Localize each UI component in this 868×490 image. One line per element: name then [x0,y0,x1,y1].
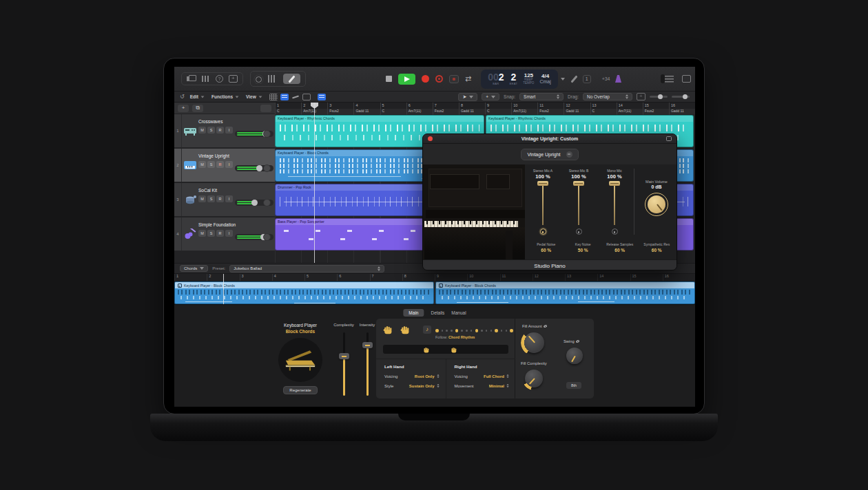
editor-playhead[interactable] [223,274,224,304]
smart-controls-icon[interactable] [267,75,276,83]
add-view-icon[interactable] [229,75,238,83]
grid-view-icon[interactable] [269,94,278,100]
track-zoom-button[interactable] [260,105,271,112]
main-volume-knob[interactable] [645,193,668,216]
close-icon[interactable] [428,136,433,141]
solo-button[interactable]: S [207,161,215,168]
mic-power-icon[interactable] [540,228,546,235]
count-in-icon[interactable]: 1 [583,75,591,83]
mic-power-icon[interactable] [612,228,618,235]
v-zoom-slider[interactable] [672,96,690,98]
pencil-dim-icon[interactable] [570,75,578,83]
list-editors-icon[interactable] [665,75,674,83]
keyboard-range-bar[interactable] [383,345,508,354]
track-header-vintage-upright[interactable]: 2 Vintage Upright M S R I [174,149,275,182]
left-hand-range-icon[interactable] [423,346,430,353]
mic-fader[interactable] [609,181,620,226]
editor-region-1[interactable]: ▸ Keyboard Player - Block Chords [174,281,434,304]
pan-knob[interactable] [263,130,271,138]
quick-help-icon[interactable]: ? [216,75,223,83]
pan-knob[interactable] [263,233,271,241]
track-alternatives-icon[interactable] [318,94,326,100]
pointer-tool-select[interactable]: ➤ [458,93,477,101]
h-zoom-slider[interactable] [650,96,668,98]
pan-knob[interactable] [263,164,271,172]
snap-select[interactable]: Smart [519,93,564,100]
cycle-icon[interactable]: ⇄ [465,75,471,83]
add-track-button[interactable]: + [178,105,189,112]
left-voicing-row[interactable]: Voicing Root Only [384,374,440,379]
record-button[interactable] [422,75,429,83]
waveform-zoom-icon[interactable] [637,93,645,100]
library-icon[interactable] [187,75,196,83]
right-movement-row[interactable]: Movement Minimal [455,383,510,388]
plugin-preset-select[interactable]: Vintage Upright [521,149,578,160]
lcd-display[interactable]: 002 BAR 2 BEAT 125 KEEP TEMPO 4/4 Cmaj [481,70,558,89]
solo-button[interactable]: S [207,195,215,202]
display-mode-icon[interactable] [682,75,691,83]
editor-toggle-active[interactable] [283,74,300,84]
swing-value-button[interactable]: 8th [566,382,581,389]
input-monitor-button[interactable]: I [225,195,233,202]
sympathetic-res-param[interactable]: Sympathetic Res 60 % [639,239,676,259]
right-hand-range-icon[interactable] [451,346,457,353]
brightness-icon[interactable] [256,76,262,83]
track-header-socal-kit[interactable]: 3 SoCal Kit M S R I [174,183,275,217]
chords-mode-select[interactable]: Chords [180,265,208,272]
release-samples-param[interactable]: Release Samples 60 % [601,239,639,259]
editor-region-2[interactable]: ▸ Keyboard Player - Block Chords [435,281,695,304]
regenerate-button[interactable]: Regenerate [283,386,317,394]
mute-button[interactable]: M [198,230,206,237]
autopunch-button[interactable] [449,75,459,83]
input-monitor-button[interactable]: I [225,230,233,237]
flex-icon[interactable] [302,94,311,100]
solo-button[interactable]: S [207,230,215,237]
play-button[interactable] [398,74,415,85]
mic-fader[interactable] [573,181,584,226]
record-enable-button[interactable]: R [216,230,224,237]
bar-ruler[interactable]: 12345678910111213141516 CAm7(11)Fsus2Gad… [275,103,695,114]
editor-bar-ruler[interactable]: 12345678910111213141516 [174,274,695,281]
mute-button[interactable]: M [198,161,206,168]
playhead[interactable] [314,103,315,263]
menu-functions[interactable]: Functions [211,94,239,99]
input-monitor-button[interactable]: I [225,161,233,168]
stop-button[interactable] [386,76,392,82]
plugin-title-bar[interactable]: Vintage Upright: Custom [423,134,676,144]
pan-knob[interactable] [263,199,271,206]
lcd-chevron-icon[interactable] [561,78,565,81]
pedal-noise-param[interactable]: Pedal Noise 60 % [528,239,565,259]
fill-complexity-knob[interactable] [525,370,543,387]
key-noise-param[interactable]: Key Noise 50 % [565,239,602,259]
swing-knob[interactable] [566,348,583,364]
drag-select[interactable]: No Overlap [583,93,632,100]
right-voicing-row[interactable]: Voicing Full Chord [455,374,510,379]
solo-button[interactable]: S [207,127,215,134]
record-enable-button[interactable]: R [216,127,224,134]
track-header-simple-foundation[interactable]: 4 Simple Foundation M S R I [174,217,275,251]
menu-view[interactable]: View [246,94,262,99]
follow-setting[interactable]: Follow: Chord Rhythm [435,335,475,339]
complexity-slider[interactable]: Complexity [331,323,356,396]
piano-roll-icon[interactable] [280,94,289,100]
catch-playhead-icon[interactable]: ↺ [180,94,185,100]
mixer-icon[interactable] [201,75,210,83]
record-enable-button[interactable]: R [216,161,224,168]
mute-button[interactable]: M [198,127,206,134]
fill-amount-knob[interactable] [524,332,544,353]
left-style-row[interactable]: Style Sustain Only [384,383,440,388]
mic-fader[interactable] [537,181,548,226]
link-icon[interactable] [666,136,672,141]
input-monitor-button[interactable]: I [225,127,233,134]
plugin-window[interactable]: Vintage Upright: Custom Vintage Upright [422,134,677,270]
automation-icon[interactable] [291,94,300,100]
tab-manual[interactable]: Manual [451,310,466,315]
tab-details[interactable]: Details [431,310,444,315]
menu-edit[interactable]: Edit [190,94,205,99]
command-tool-select[interactable]: + [482,93,499,100]
mute-button[interactable]: M [198,195,206,202]
metronome-icon[interactable] [615,75,622,83]
record-enable-button[interactable]: R [216,195,224,202]
tab-main[interactable]: Main [403,309,424,317]
track-header-crosswaves[interactable]: 1 Crosswaves M S R I [174,114,275,148]
